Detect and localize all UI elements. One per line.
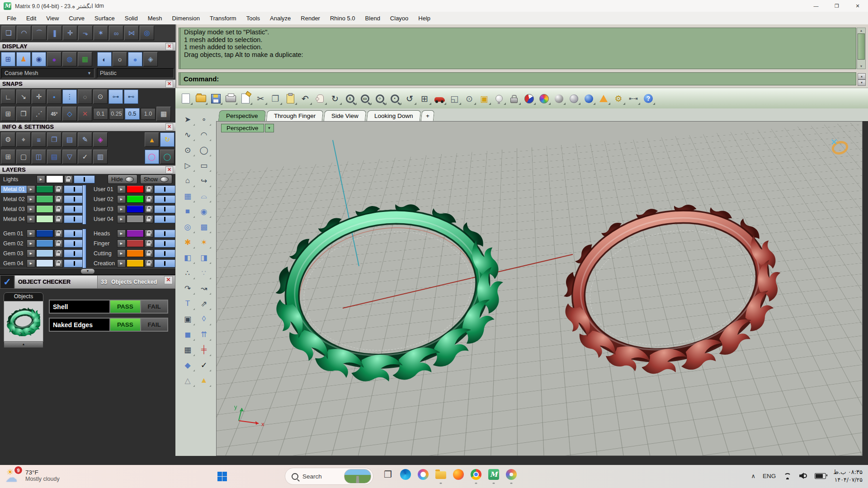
angle-45-icon[interactable]: 45° bbox=[47, 107, 61, 121]
tab-through-finger[interactable]: Through Finger bbox=[266, 110, 323, 121]
notify-cone-button[interactable] bbox=[597, 91, 610, 106]
render-flamingo-button[interactable] bbox=[522, 91, 536, 106]
cutting-color-swatch[interactable] bbox=[127, 249, 144, 257]
creation-lock-icon[interactable] bbox=[145, 259, 153, 267]
command-scrollbar[interactable]: ▲ ▼ bbox=[857, 28, 866, 69]
sweep-surface-tool[interactable]: ⌓ bbox=[196, 189, 212, 203]
layer-name-user-04[interactable]: User 04 bbox=[91, 216, 117, 223]
finger-expand-icon[interactable]: ▶ bbox=[117, 239, 126, 248]
diamond-snap-icon[interactable]: ◇ bbox=[62, 107, 77, 121]
color-wheel-button[interactable] bbox=[537, 91, 551, 106]
zoom-window-button[interactable]: ▭ bbox=[358, 91, 372, 106]
palette-app-icon[interactable] bbox=[505, 469, 517, 480]
gem-03-visibility-toggle[interactable] bbox=[64, 249, 85, 258]
move-icon[interactable]: ✛ bbox=[63, 26, 77, 40]
show-button[interactable]: Show bbox=[140, 174, 172, 184]
four-viewports-button[interactable]: ⊞ bbox=[418, 91, 431, 106]
layout-view-icon[interactable]: ▦ bbox=[78, 52, 92, 66]
lock-button[interactable] bbox=[507, 91, 521, 106]
menu-item-render[interactable]: Render bbox=[296, 13, 325, 23]
tab-looking-down[interactable]: Looking Down bbox=[366, 110, 420, 121]
options-gear-button[interactable]: ⚙ bbox=[612, 91, 625, 106]
twist-tool[interactable]: ◆ bbox=[179, 358, 196, 372]
layer-name-gem-03[interactable]: Gem 03 bbox=[1, 250, 27, 257]
fail-button[interactable]: FAIL bbox=[140, 319, 167, 331]
annotate-doc-button[interactable] bbox=[239, 91, 252, 106]
loop-refresh-icon[interactable]: ↻ bbox=[160, 132, 175, 147]
zoom-dynamic-button[interactable]: ± bbox=[343, 91, 357, 106]
adjust-curve-tool[interactable]: ↷ bbox=[179, 281, 196, 296]
extrude-tool[interactable]: ⇈ bbox=[196, 327, 212, 342]
menu-item-mesh[interactable]: Mesh bbox=[143, 13, 167, 23]
gem-04-visibility-toggle[interactable] bbox=[64, 259, 85, 267]
metal-04-lock-icon[interactable] bbox=[54, 215, 63, 223]
creation-expand-icon[interactable]: ▶ bbox=[117, 259, 126, 267]
render-sphere-button[interactable] bbox=[552, 91, 566, 106]
explode-tool[interactable]: ✶ bbox=[196, 235, 212, 249]
lights-expand-icon[interactable]: ▶ bbox=[37, 175, 45, 183]
layout-objects-button[interactable]: ▣ bbox=[477, 91, 491, 106]
matrix-app-icon[interactable]: M bbox=[488, 469, 500, 480]
objects-thumbnail-box[interactable]: Objects ▲ bbox=[4, 292, 43, 348]
metal-02-visibility-toggle[interactable] bbox=[64, 195, 85, 203]
close-icon[interactable]: ✕ bbox=[165, 123, 173, 131]
center-snap-icon[interactable]: ⊙ bbox=[93, 89, 108, 104]
minimize-button[interactable]: — bbox=[806, 0, 826, 12]
circle-tool[interactable]: ⊙ bbox=[179, 143, 196, 157]
metal-02-color-swatch[interactable] bbox=[36, 195, 53, 203]
curve-tool[interactable]: ◠ bbox=[196, 127, 212, 142]
menu-item-file[interactable]: File bbox=[2, 13, 21, 23]
scrollbar-thumb[interactable] bbox=[858, 33, 865, 60]
user-04-lock-icon[interactable] bbox=[145, 215, 153, 223]
menu-item-surface[interactable]: Surface bbox=[90, 13, 120, 23]
layers-scrollbar[interactable] bbox=[82, 229, 86, 268]
pink-manipulator-icon[interactable]: ◯ bbox=[145, 150, 159, 164]
layer-name-metal-04[interactable]: Metal 04 bbox=[1, 216, 27, 223]
layer-name-user-03[interactable]: User 03 bbox=[91, 206, 117, 213]
point-snap-icon[interactable]: ✛ bbox=[32, 89, 46, 104]
paste-button[interactable] bbox=[283, 91, 297, 106]
dimension-button[interactable]: ⇤⇥ bbox=[627, 91, 640, 106]
metal-03-color-swatch[interactable] bbox=[36, 205, 53, 213]
cutting-expand-icon[interactable]: ▶ bbox=[117, 249, 126, 258]
command-history[interactable]: Display mode set to "Plastic".1 mesh add… bbox=[179, 28, 856, 69]
help-button[interactable]: ? bbox=[642, 91, 655, 106]
window-snap-icon[interactable]: ⊞ bbox=[1, 107, 15, 121]
orient-icon[interactable]: ⬎ bbox=[78, 26, 93, 40]
search-highlight-thumbnail[interactable] bbox=[344, 469, 371, 483]
layers-scrollbar[interactable] bbox=[82, 185, 86, 225]
objects-expand-button[interactable]: ▲ bbox=[4, 342, 43, 348]
rotate-view-button[interactable]: ↻ bbox=[328, 91, 342, 106]
metal-01-visibility-toggle[interactable] bbox=[64, 185, 85, 193]
rectangle-tool[interactable]: ▭ bbox=[196, 158, 212, 173]
viewports-icon[interactable]: ⊞ bbox=[1, 150, 15, 164]
gem-02-color-swatch[interactable] bbox=[36, 239, 53, 247]
alert-cone-icon[interactable]: ▲ bbox=[145, 132, 159, 147]
selection-cube-icon[interactable]: ◫ bbox=[32, 150, 46, 164]
select-tool[interactable]: ➤ bbox=[179, 112, 196, 127]
menu-item-edit[interactable]: Edit bbox=[21, 13, 41, 23]
undo-button[interactable]: ↶ bbox=[298, 91, 312, 106]
command-input-line[interactable]: Command: bbox=[179, 72, 856, 85]
layer-name-metal-03[interactable]: Metal 03 bbox=[1, 206, 27, 213]
edit-notes-icon[interactable]: ✎ bbox=[78, 132, 92, 147]
finger-color-swatch[interactable] bbox=[127, 239, 144, 247]
gem-04-expand-icon[interactable]: ▶ bbox=[27, 259, 35, 267]
layer-name-cutting[interactable]: Cutting bbox=[91, 250, 117, 257]
solid-tool[interactable]: ◼ bbox=[179, 327, 196, 342]
pyramid-tool[interactable]: ▲ bbox=[196, 373, 212, 388]
zoom-extents-button[interactable]: ⁘ bbox=[373, 91, 387, 106]
zoom-selected-button[interactable]: • bbox=[388, 91, 401, 106]
patch-tool[interactable]: ▩ bbox=[196, 220, 212, 234]
tools-wrench-icon[interactable]: ⌖ bbox=[16, 132, 31, 147]
spheres-dark-tool[interactable]: ∴ bbox=[179, 266, 196, 280]
gem-02-expand-icon[interactable]: ▶ bbox=[27, 239, 35, 248]
ghosted-sphere-icon[interactable]: ○ bbox=[113, 52, 127, 66]
arc-blend-tool[interactable]: ↪ bbox=[196, 174, 212, 188]
creation-color-swatch[interactable] bbox=[127, 259, 144, 267]
user-03-lock-icon[interactable] bbox=[145, 205, 153, 213]
user-01-lock-icon[interactable] bbox=[145, 185, 153, 193]
undo-view-button[interactable]: ↺ bbox=[403, 91, 416, 106]
tab-side-view[interactable]: Side View bbox=[324, 110, 366, 121]
menu-item-view[interactable]: View bbox=[41, 13, 64, 23]
